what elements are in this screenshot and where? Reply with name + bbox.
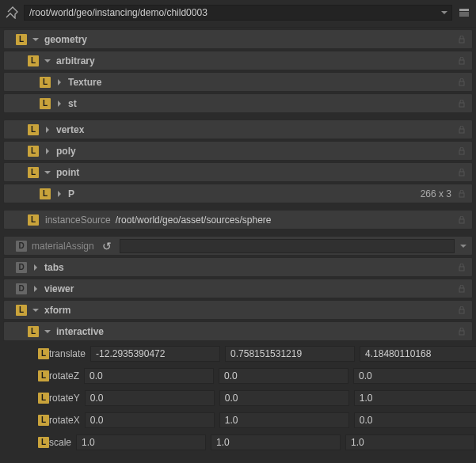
lock-icon[interactable]: [456, 163, 467, 181]
lock-icon[interactable]: [456, 301, 467, 319]
param-scale: L scale: [3, 432, 473, 452]
group-geometry[interactable]: L geometry: [3, 29, 473, 49]
attr-label: Texture: [68, 77, 101, 88]
param-label: scale: [49, 437, 76, 448]
badge-D: D: [16, 283, 27, 294]
group-arbitrary[interactable]: L arbitrary: [3, 51, 473, 70]
svg-rect-12: [459, 288, 464, 292]
scale-c-input[interactable]: [345, 435, 475, 450]
translate-z-input[interactable]: [360, 346, 476, 362]
lock-icon[interactable]: [456, 322, 467, 340]
group-viewer[interactable]: D viewer: [3, 279, 473, 298]
materialAssign-input[interactable]: [120, 239, 455, 253]
lock-icon[interactable]: [456, 30, 467, 48]
svg-rect-6: [459, 129, 464, 133]
group-label: xform: [44, 305, 70, 316]
lock-icon[interactable]: [456, 120, 467, 139]
attr-instanceSource[interactable]: L instanceSource /root/world/geo/asset/s…: [3, 210, 473, 230]
group-poly[interactable]: L poly: [3, 141, 473, 161]
lock-icon[interactable]: [456, 258, 467, 276]
lock-icon[interactable]: [456, 51, 467, 70]
param-rotateX: L rotateX: [3, 410, 473, 430]
rotateX-a-input[interactable]: [85, 412, 215, 428]
lock-icon[interactable]: [456, 211, 467, 229]
translate-x-input[interactable]: [90, 346, 220, 362]
attr-label: P: [68, 188, 74, 199]
badge-L: L: [38, 393, 49, 404]
chevron-down-icon[interactable]: [42, 326, 53, 337]
translate-y-input[interactable]: [225, 346, 355, 362]
badge-L: L: [40, 77, 51, 88]
scale-a-input[interactable]: [76, 435, 206, 450]
badge-L: L: [28, 55, 39, 66]
svg-rect-7: [459, 150, 464, 154]
attr-materialAssign: D materialAssign ↺: [3, 236, 473, 256]
chevron-right-icon[interactable]: [54, 188, 65, 199]
attr-st[interactable]: L st: [3, 93, 473, 113]
scale-b-input[interactable]: [211, 435, 341, 450]
rotateX-b-input[interactable]: [219, 412, 349, 428]
lock-icon[interactable]: [456, 142, 467, 160]
group-label: point: [56, 167, 79, 178]
instanceSource-value: /root/world/geo/asset/sources/sphere: [116, 214, 272, 226]
svg-rect-14: [459, 331, 464, 335]
param-translate: L translate: [3, 343, 473, 363]
badge-L: L: [38, 348, 49, 359]
rotateX-c-input[interactable]: [354, 412, 476, 428]
rotateY-b-input[interactable]: [219, 390, 349, 406]
badge-L: L: [28, 146, 39, 157]
attr-texture[interactable]: L Texture: [3, 72, 473, 92]
path-input[interactable]: /root/world/geo/instancing/demo/child000…: [24, 5, 452, 21]
chevron-right-icon[interactable]: [54, 98, 65, 109]
param-label: rotateY: [49, 393, 85, 404]
lock-icon[interactable]: [456, 73, 467, 91]
lock-icon[interactable]: [456, 94, 467, 112]
rotateZ-c-input[interactable]: [353, 368, 476, 384]
group-point[interactable]: L point: [3, 162, 473, 182]
group-vertex[interactable]: L vertex: [3, 120, 473, 139]
chevron-right-icon[interactable]: [54, 77, 65, 88]
badge-L: L: [38, 415, 49, 426]
chevron-down-icon[interactable]: [30, 34, 41, 45]
rotateZ-b-input[interactable]: [219, 368, 348, 384]
path-dropdown-icon[interactable]: [437, 6, 451, 20]
badge-L: L: [38, 370, 49, 381]
attr-label: materialAssign: [32, 241, 94, 252]
rotateY-c-input[interactable]: [354, 390, 476, 406]
param-label: rotateZ: [49, 370, 84, 381]
svg-rect-0: [459, 9, 469, 11]
chevron-right-icon[interactable]: [42, 146, 53, 157]
rotateZ-a-input[interactable]: [84, 368, 214, 384]
history-icon[interactable]: ↺: [102, 240, 112, 252]
svg-rect-3: [459, 60, 464, 64]
attr-label: instanceSource: [45, 214, 111, 226]
chevron-right-icon[interactable]: [30, 283, 41, 294]
chevron-right-icon[interactable]: [30, 262, 41, 273]
lock-icon[interactable]: [456, 184, 467, 203]
group-xform[interactable]: L xform: [3, 300, 473, 320]
badge-L: L: [40, 98, 51, 109]
chevron-right-icon[interactable]: [42, 124, 53, 135]
attr-label: st: [68, 98, 77, 109]
rotateY-a-input[interactable]: [85, 390, 215, 406]
attr-P[interactable]: L P 266 x 3: [3, 184, 473, 203]
badge-L: L: [40, 188, 51, 199]
chevron-down-icon[interactable]: [30, 305, 41, 316]
dropdown-icon[interactable]: [459, 242, 467, 250]
badge-L: L: [16, 34, 27, 45]
pin-icon[interactable]: [5, 6, 19, 20]
svg-rect-11: [459, 267, 464, 271]
svg-rect-8: [459, 172, 464, 176]
svg-rect-4: [459, 82, 464, 85]
menu-icon[interactable]: [457, 6, 471, 20]
badge-D: D: [16, 262, 27, 273]
chevron-down-icon[interactable]: [42, 55, 53, 66]
chevron-down-icon[interactable]: [42, 167, 53, 178]
group-interactive[interactable]: L interactive: [3, 321, 473, 341]
attribute-panel: L geometry L arbitrary L Texture L st L …: [0, 29, 476, 460]
lock-icon[interactable]: [456, 279, 467, 298]
topbar: /root/world/geo/instancing/demo/child000…: [0, 0, 476, 28]
badge-L: L: [28, 167, 39, 178]
group-tabs[interactable]: D tabs: [3, 257, 473, 277]
group-label: vertex: [56, 124, 84, 135]
